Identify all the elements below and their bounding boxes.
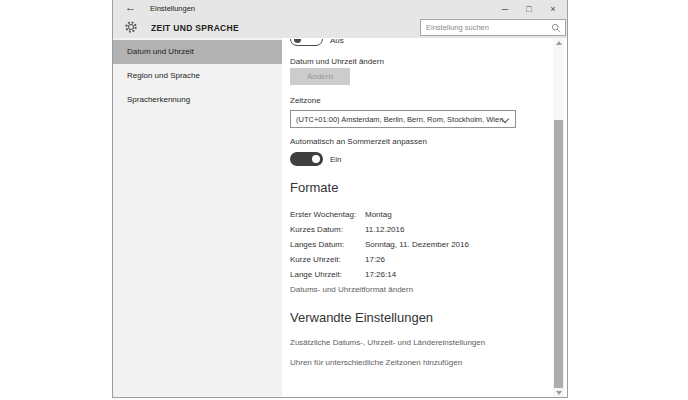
timezone-selected-value: (UTC+01:00) Amsterdam, Berlin, Bern, Rom… xyxy=(296,115,503,124)
format-row: Erster Wochentag: Montag xyxy=(290,207,555,222)
format-row-value: 17:26:14 xyxy=(365,267,396,282)
format-row-label: Erster Wochentag: xyxy=(290,207,356,222)
close-button[interactable]: × xyxy=(541,0,565,17)
format-row: Langes Datum: Sonntag, 11. Dezember 2016 xyxy=(290,237,555,252)
titlebar: ← Einstellungen ─ □ × ZEIT UND SPRACHE xyxy=(113,0,567,38)
timezone-label: Zeitzone xyxy=(290,96,321,105)
search-input[interactable] xyxy=(421,20,554,35)
toggle-knob xyxy=(294,39,301,43)
sidebar-item-region-und-sprache[interactable]: Region und Sprache xyxy=(113,64,282,88)
toggle-knob xyxy=(312,155,320,163)
format-row-label: Lange Uhrzeit: xyxy=(290,267,342,282)
scrollbar-thumb[interactable] xyxy=(554,120,563,388)
settings-content: Aus Datum und Uhrzeit ändern Ändern Zeit… xyxy=(290,38,555,396)
additional-datetime-region-link[interactable]: Zusätzliche Datums-, Uhrzeit- und Länder… xyxy=(290,338,485,347)
scrollbar[interactable] xyxy=(553,38,564,397)
format-row-label: Kurze Uhrzeit: xyxy=(290,252,341,267)
format-row-value: 11.12.2016 xyxy=(365,222,404,237)
format-row-value: 17:26 xyxy=(365,252,385,267)
gear-icon xyxy=(124,20,138,34)
window-title: Einstellungen xyxy=(150,4,195,13)
change-datetime-button[interactable]: Ändern xyxy=(290,68,350,85)
format-row-value: Sonntag, 11. Dezember 2016 xyxy=(365,237,469,252)
dst-label: Automatisch an Sommerzeit anpassen xyxy=(290,137,427,146)
settings-window: ← Einstellungen ─ □ × ZEIT UND SPRACHE D… xyxy=(112,0,568,398)
format-row: Lange Uhrzeit: 17:26:14 xyxy=(290,267,555,282)
search-icon xyxy=(551,23,561,33)
auto-time-toggle-clipped: Aus xyxy=(290,39,370,48)
change-format-link[interactable]: Datums- und Uhrzeitformat ändern xyxy=(290,285,413,294)
page-title: ZEIT UND SPRACHE xyxy=(151,23,239,33)
add-clocks-link[interactable]: Uhren für unterschiedliche Zeitzonen hin… xyxy=(290,358,462,367)
scroll-down-icon[interactable] xyxy=(553,388,564,397)
sidebar-item-spracherkennung[interactable]: Spracherkennung xyxy=(113,88,282,112)
dst-toggle[interactable] xyxy=(290,152,323,166)
timezone-select[interactable]: (UTC+01:00) Amsterdam, Berlin, Bern, Rom… xyxy=(290,110,516,128)
format-row: Kurzes Datum: 11.12.2016 xyxy=(290,222,555,237)
format-row: Kurze Uhrzeit: 17:26 xyxy=(290,252,555,267)
auto-time-toggle[interactable] xyxy=(290,39,323,46)
change-datetime-label: Datum und Uhrzeit ändern xyxy=(290,57,384,66)
format-row-label: Kurzes Datum: xyxy=(290,222,343,237)
formats-heading: Formate xyxy=(290,180,338,195)
search-box[interactable] xyxy=(420,19,566,36)
format-row-value: Montag xyxy=(365,207,392,222)
sidebar: Datum und Uhrzeit Region und Sprache Spr… xyxy=(113,38,282,397)
caption-buttons: ─ □ × xyxy=(493,0,565,17)
dst-toggle-row: Ein xyxy=(290,152,342,166)
minimize-button[interactable]: ─ xyxy=(493,0,517,17)
auto-time-toggle-state: Aus xyxy=(330,39,344,45)
format-row-label: Langes Datum: xyxy=(290,237,344,252)
sidebar-item-datum-und-uhrzeit[interactable]: Datum und Uhrzeit xyxy=(113,40,282,64)
related-settings-heading: Verwandte Einstellungen xyxy=(290,310,433,325)
maximize-button[interactable]: □ xyxy=(517,0,541,17)
back-icon[interactable]: ← xyxy=(125,1,136,13)
scroll-up-icon[interactable] xyxy=(553,38,564,47)
dst-toggle-state: Ein xyxy=(330,155,342,164)
